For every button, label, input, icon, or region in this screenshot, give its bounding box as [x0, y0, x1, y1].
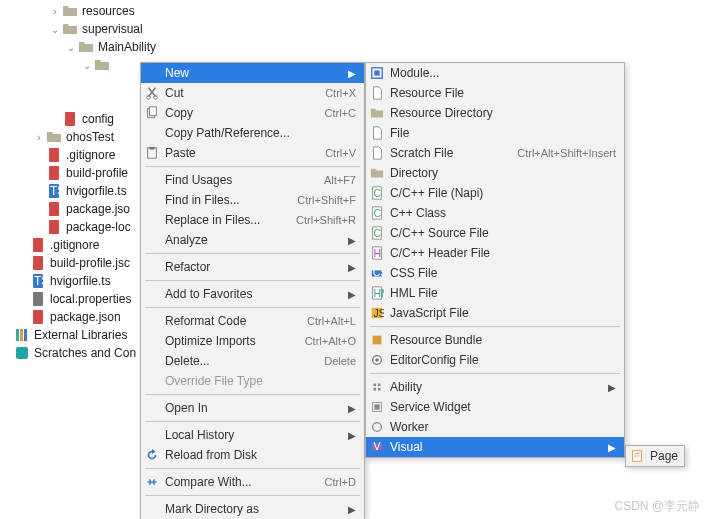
menu-item-file[interactable]: File: [366, 123, 624, 143]
blank-icon: [145, 400, 163, 416]
watermark: CSDN @李元静: [614, 498, 700, 515]
menu-item-visual[interactable]: VVisual▶: [366, 437, 624, 457]
menu-item-javascript-file[interactable]: JSJavaScript File: [366, 303, 624, 323]
tree-item[interactable]: ⌄MainAbility: [0, 38, 200, 56]
menu-item-label: C++ Class: [388, 206, 616, 220]
file-ts-icon: TS: [30, 273, 46, 289]
svg-text:JS: JS: [374, 307, 385, 319]
expand-arrow-icon[interactable]: ⌄: [48, 24, 62, 35]
menu-item-resource-file[interactable]: Resource File: [366, 83, 624, 103]
menu-shortcut: Ctrl+Alt+L: [307, 315, 356, 327]
menu-item-c-class[interactable]: CC++ Class: [366, 203, 624, 223]
hml-icon: HML: [370, 285, 388, 301]
cpp-class-icon: C: [370, 205, 388, 221]
svg-rect-7: [33, 238, 43, 252]
menu-item-paste[interactable]: PasteCtrl+V: [141, 143, 364, 163]
svg-rect-39: [373, 336, 382, 345]
svg-rect-5: [49, 202, 59, 216]
menu-item-label: Resource File: [388, 86, 616, 100]
menu-item-module[interactable]: Module...: [366, 63, 624, 83]
tree-item[interactable]: ⌄supervisual: [0, 20, 200, 38]
menu-item-cut[interactable]: CutCtrl+X: [141, 83, 364, 103]
menu-item-service-widget[interactable]: Service Widget: [366, 397, 624, 417]
menu-item-resource-directory[interactable]: Resource Directory: [366, 103, 624, 123]
blank-icon: [145, 353, 163, 369]
svg-rect-15: [24, 329, 27, 341]
dir-icon: [370, 165, 384, 181]
menu-item-label: Scratch File: [388, 146, 517, 160]
menu-item-c-c-source-file[interactable]: CC/C++ Source File: [366, 223, 624, 243]
menu-shortcut: Ctrl+X: [325, 87, 356, 99]
submenu-arrow-icon: ▶: [606, 442, 616, 453]
folder-sel-icon: [94, 57, 110, 73]
menu-item-page[interactable]: Page: [626, 446, 684, 466]
menu-item-replace-in-files[interactable]: Replace in Files...Ctrl+Shift+R: [141, 210, 364, 230]
menu-item-reformat-code[interactable]: Reformat CodeCtrl+Alt+L: [141, 311, 364, 331]
menu-item-css-file[interactable]: CSSCSS File: [366, 263, 624, 283]
menu-item-hml-file[interactable]: HMLHML File: [366, 283, 624, 303]
menu-item-worker[interactable]: Worker: [366, 417, 624, 437]
menu-item-new[interactable]: New▶: [141, 63, 364, 83]
submenu-arrow-icon: ▶: [346, 289, 356, 300]
menu-item-label: Replace in Files...: [163, 213, 296, 227]
menu-item-resource-bundle[interactable]: Resource Bundle: [366, 330, 624, 350]
menu-item-label: C/C++ Header File: [388, 246, 616, 260]
submenu-arrow-icon: ▶: [346, 235, 356, 246]
svg-rect-43: [378, 384, 381, 387]
menu-item-editorconfig-file[interactable]: EditorConfig File: [366, 350, 624, 370]
svg-text:TS: TS: [34, 274, 46, 288]
tree-item[interactable]: ›resources: [0, 2, 200, 20]
menu-item-open-in[interactable]: Open In▶: [141, 398, 364, 418]
menu-item-delete[interactable]: Delete...Delete: [141, 351, 364, 371]
menu-separator: [370, 326, 620, 327]
svg-text:HML: HML: [374, 287, 385, 299]
menu-item-compare-with[interactable]: Compare With...Ctrl+D: [141, 472, 364, 492]
svg-text:C: C: [374, 207, 382, 219]
menu-item-add-to-favorites[interactable]: Add to Favorites▶: [141, 284, 364, 304]
context-menu-new[interactable]: Module...Resource FileResource Directory…: [365, 62, 625, 458]
menu-item-c-c-header-file[interactable]: HC/C++ Header File: [366, 243, 624, 263]
svg-rect-20: [149, 107, 156, 116]
context-menu-visual[interactable]: Page: [625, 445, 685, 467]
menu-item-copy[interactable]: CopyCtrl+C: [141, 103, 364, 123]
menu-item-label: Resource Directory: [388, 106, 616, 120]
menu-item-label: Worker: [388, 420, 616, 434]
tree-item-label: Scratches and Con: [34, 346, 136, 360]
res-dir-icon: [370, 105, 388, 121]
cpp-icon: C: [370, 185, 384, 201]
menu-item-scratch-file[interactable]: Scratch FileCtrl+Alt+Shift+Insert: [366, 143, 624, 163]
menu-item-mark-directory-as[interactable]: Mark Directory as▶: [141, 499, 364, 519]
menu-item-reload-from-disk[interactable]: Reload from Disk: [141, 445, 364, 465]
menu-item-find-in-files[interactable]: Find in Files...Ctrl+Shift+F: [141, 190, 364, 210]
svg-rect-8: [33, 256, 43, 270]
expand-arrow-icon[interactable]: ⌄: [64, 42, 78, 53]
menu-item-label: Local History: [163, 428, 346, 442]
menu-item-copy-path-reference[interactable]: Copy Path/Reference...: [141, 123, 364, 143]
svg-rect-47: [374, 404, 379, 409]
menu-item-label: Ability: [388, 380, 606, 394]
blank-icon: [145, 125, 163, 141]
menu-item-directory[interactable]: Directory: [366, 163, 624, 183]
file-red-icon: [30, 309, 46, 325]
expand-arrow-icon[interactable]: ›: [48, 6, 62, 17]
menu-item-find-usages[interactable]: Find UsagesAlt+F7: [141, 170, 364, 190]
menu-item-refactor[interactable]: Refactor▶: [141, 257, 364, 277]
menu-item-ability[interactable]: Ability▶: [366, 377, 624, 397]
blank-icon: [145, 212, 163, 228]
svg-rect-42: [374, 384, 377, 387]
menu-item-label: File: [388, 126, 616, 140]
menu-item-label: Module...: [388, 66, 616, 80]
context-menu-main[interactable]: New▶CutCtrl+XCopyCtrl+CCopy Path/Referen…: [140, 62, 365, 519]
svg-rect-1: [49, 148, 59, 162]
menu-item-local-history[interactable]: Local History▶: [141, 425, 364, 445]
expand-arrow-icon[interactable]: ›: [32, 132, 46, 143]
menu-item-c-c-file-napi[interactable]: CC/C++ File (Napi): [366, 183, 624, 203]
expand-arrow-icon[interactable]: ⌄: [80, 60, 94, 71]
menu-item-optimize-imports[interactable]: Optimize ImportsCtrl+Alt+O: [141, 331, 364, 351]
js-icon: JS: [370, 305, 384, 321]
res-file-icon: [370, 85, 388, 101]
menu-item-analyze[interactable]: Analyze▶: [141, 230, 364, 250]
blank-icon: [145, 313, 163, 329]
cut-icon: [145, 85, 159, 101]
file-ts-icon: TS: [46, 183, 62, 199]
